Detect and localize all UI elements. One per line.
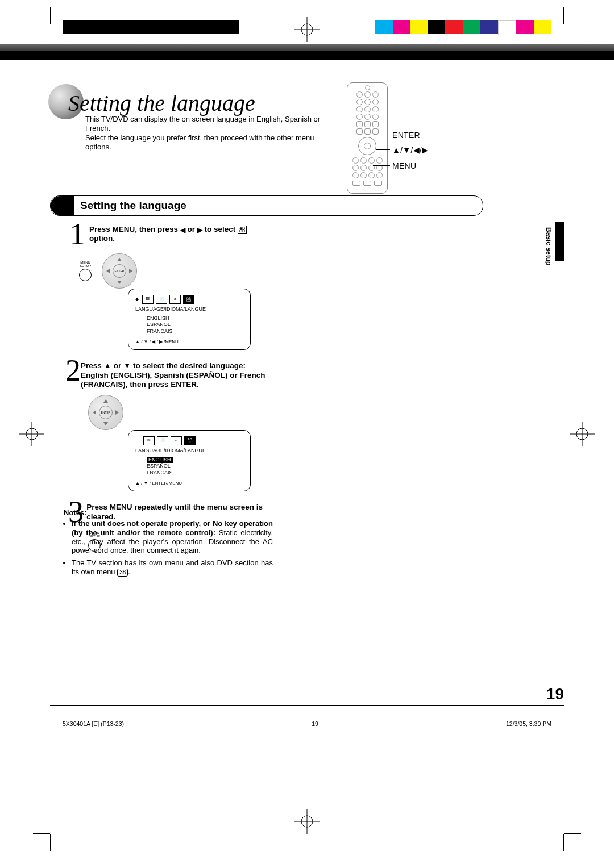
- step-1: 1 Press MENU, then press ◀ or ▶ to selec…: [65, 222, 270, 248]
- step-2-illustration: ENTER: [88, 395, 270, 430]
- osd-screen-2: 🖼 📄 ⌀ AB CD LANGUAGE/IDIOMA/LANGUE ENGLI…: [128, 430, 251, 491]
- menu-setup-button-icon: MENU SETUP: [79, 261, 92, 281]
- osd-item: ENGLISH: [147, 315, 243, 322]
- osd-tab: ⌀: [169, 295, 181, 304]
- osd-item: ESPAÑOL: [147, 463, 243, 470]
- osd-tab: 📄: [157, 436, 168, 445]
- osd-title: LANGUAGE/IDIOMA/LANGUE: [135, 448, 243, 454]
- remote-illustration: [347, 82, 388, 194]
- header-gradient: [0, 44, 614, 60]
- osd-footer: ▲ / ▼ / ENTER/MENU: [135, 481, 182, 486]
- osd-tab: 📄: [156, 295, 167, 304]
- notes-heading: Notes:: [64, 508, 273, 518]
- leader-line: [373, 165, 390, 166]
- osd-tab: 🖼: [142, 295, 154, 304]
- osd-tab-selected: AB CD: [184, 436, 196, 445]
- manual-page: Setting the language This TV/DVD can dis…: [0, 0, 614, 868]
- color-registration-bar-left: [63, 20, 239, 34]
- dpad-icon: ENTER: [102, 253, 137, 289]
- osd-tab-selected: AB CD: [183, 295, 194, 304]
- intro-paragraph: This TV/DVD can display the on screen la…: [85, 115, 330, 152]
- side-tab-marker: [555, 222, 564, 261]
- osd-title: LANGUAGE/IDIOMA/LANGUE: [135, 306, 243, 313]
- section-heading-bar: Setting the language: [50, 195, 483, 216]
- osd-item: FRANCAIS: [147, 328, 243, 335]
- footer-imprint: 5X30401A [E] (P13-23) 19 12/3/05, 3:30 P…: [63, 720, 551, 727]
- imprint-center: 19: [312, 720, 318, 727]
- step-number: 1: [65, 222, 89, 248]
- color-registration-bar-right: [375, 20, 551, 34]
- notes-section: Notes: If the unit does not operate prop…: [64, 508, 273, 580]
- remote-label-arrows: ▲/▼/◀/▶: [392, 145, 428, 155]
- registration-mark-icon: [19, 422, 44, 446]
- note-item: The TV section has its own menu and also…: [72, 558, 273, 577]
- osd-item: FRANCAIS: [147, 470, 243, 477]
- page-rule: [50, 705, 564, 706]
- remote-label-enter: ENTER: [392, 131, 420, 140]
- osd-item-highlighted: ENGLISH: [147, 457, 243, 464]
- leader-line: [375, 135, 390, 135]
- crop-mark: [33, 834, 50, 851]
- osd-footer: ▲ / ▼ / ◀ / ▶ /MENU: [135, 339, 179, 344]
- step-1-illustration: MENU SETUP ENTER: [79, 253, 270, 289]
- side-tab-label: Basic setup: [545, 227, 553, 265]
- crop-mark: [564, 834, 581, 851]
- imprint-right: 12/3/05, 3:30 PM: [506, 720, 551, 727]
- dpad-icon: ENTER: [88, 395, 123, 430]
- step-number: 2: [65, 358, 81, 384]
- section-heading: Setting the language: [74, 199, 186, 212]
- registration-mark-icon: [294, 809, 320, 834]
- imprint-left: 5X30401A [E] (P13-23): [63, 720, 124, 727]
- page-reference: 38: [117, 569, 128, 577]
- remote-label-menu: MENU: [392, 161, 416, 170]
- osd-screen-1: ◆ 🖼 📄 ⌀ AB CD LANGUAGE/IDIOMA/LANGUE ENG…: [128, 289, 251, 350]
- page-number: 19: [546, 685, 564, 703]
- osd-item: ESPAÑOL: [147, 322, 243, 328]
- osd-tab: 🖼: [143, 436, 155, 445]
- abcd-icon: AB CD: [238, 226, 247, 234]
- step-1-text: Press MENU, then press ◀ or ▶ to select …: [89, 222, 247, 244]
- crop-mark: [33, 7, 50, 24]
- leader-line: [376, 149, 390, 150]
- osd-tab: ⌀: [171, 436, 182, 445]
- step-2: 2 Press ▲ or ▼ to select the desired lan…: [65, 358, 270, 389]
- registration-mark-icon: [570, 422, 595, 446]
- note-item: If the unit does not operate properly, o…: [72, 519, 273, 555]
- steps-container: 1 Press MENU, then press ◀ or ▶ to selec…: [65, 222, 270, 552]
- step-2-text: Press ▲ or ▼ to select the desired langu…: [81, 358, 270, 389]
- crop-mark: [564, 7, 581, 24]
- registration-mark-icon: [294, 17, 320, 42]
- page-title-italic: Setting the language: [68, 90, 255, 116]
